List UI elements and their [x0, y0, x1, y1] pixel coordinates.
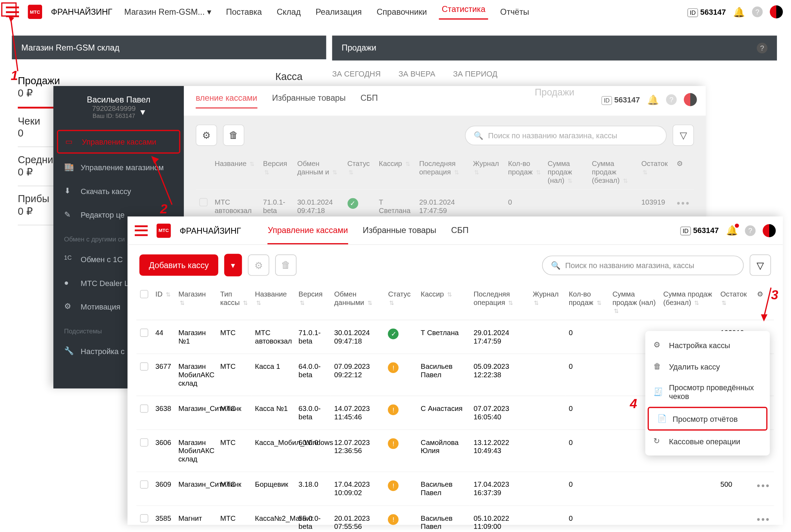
- trash-button-3[interactable]: 🗑: [275, 254, 297, 276]
- refresh-icon: ↻: [653, 437, 663, 446]
- ctx-reports[interactable]: 📄Просмотр отчётов: [647, 407, 767, 431]
- tab-period[interactable]: ЗА ПЕРИОД: [453, 69, 497, 78]
- tab-sbp[interactable]: СБП: [360, 93, 378, 108]
- nav-otchety[interactable]: Отчёты: [497, 7, 532, 16]
- ctx-delete[interactable]: 🗑Удалить кассу: [645, 356, 770, 377]
- gear-button-3[interactable]: ⚙: [248, 254, 269, 276]
- tab-kassy[interactable]: вление кассами: [196, 93, 257, 108]
- help-icon[interactable]: ?: [752, 7, 763, 17]
- col-version[interactable]: Версия ⇅: [295, 285, 331, 320]
- help-icon[interactable]: ?: [666, 94, 677, 105]
- bell-icon-3[interactable]: 🔔: [726, 225, 738, 236]
- col-exchange[interactable]: Обмен данным и ⇅: [294, 155, 344, 189]
- gear-button[interactable]: ⚙: [196, 125, 217, 146]
- col-lastop[interactable]: Последняя операция ⇅: [470, 285, 529, 320]
- nav-postavka[interactable]: Поставка: [223, 7, 265, 16]
- context-menu: ⚙Настройка кассы 🗑Удалить кассу 🧾Просмот…: [645, 331, 770, 455]
- chevron-down-icon[interactable]: ▾: [140, 106, 145, 118]
- pencil-icon: ✎: [64, 210, 74, 219]
- col-id[interactable]: ID ⇅: [152, 285, 175, 320]
- col-qty[interactable]: Кол-во продаж ⇅: [565, 285, 609, 320]
- col-balance[interactable]: Остаток ⇅: [638, 155, 673, 189]
- row-checkbox[interactable]: [140, 328, 148, 337]
- row-menu[interactable]: •••: [757, 514, 771, 524]
- checkbox-all[interactable]: [140, 290, 148, 298]
- id-badge: ID 563147: [687, 7, 726, 16]
- ctx-checks[interactable]: 🧾Просмотр проведённых чеков: [645, 377, 770, 407]
- motivation-icon: ⚙: [64, 302, 74, 311]
- search-input[interactable]: 🔍 Поиск по названию магазина, кассы: [465, 125, 667, 145]
- col-store[interactable]: Магазин ⇅: [175, 285, 217, 320]
- store-selector[interactable]: Магазин Rem-GSM... ▾: [121, 7, 214, 16]
- row-menu[interactable]: •••: [757, 480, 771, 491]
- row-checkbox[interactable]: [140, 405, 148, 413]
- col-status[interactable]: Статус ⇅: [344, 155, 375, 189]
- ctx-settings[interactable]: ⚙Настройка кассы: [645, 334, 770, 356]
- col-name[interactable]: Название ⇅: [251, 285, 295, 320]
- col-journal[interactable]: Журнал ⇅: [529, 285, 565, 320]
- col-type[interactable]: Тип кассы ⇅: [217, 285, 251, 320]
- col-sumbez[interactable]: Сумма продаж (безнал) ⇅: [660, 285, 717, 320]
- trash-button[interactable]: 🗑: [223, 125, 244, 146]
- ctx-cashops[interactable]: ↻Кассовые операции: [645, 431, 770, 452]
- col-lastop[interactable]: Последняя операция ⇅: [416, 155, 469, 189]
- filter-button-3[interactable]: ▽: [750, 254, 771, 276]
- col-gear[interactable]: ⚙: [673, 155, 694, 189]
- row-checkbox[interactable]: [140, 438, 148, 447]
- id-badge-2: ID 563147: [601, 95, 640, 104]
- table-row[interactable]: 3609Магазин_СитилинкМТС Борщевик3.18.017…: [137, 472, 774, 505]
- annotation-4: 4: [630, 396, 637, 412]
- sidebar-user-id: Ваш ID: 563147: [92, 113, 135, 119]
- help-icon-3[interactable]: ?: [745, 225, 756, 235]
- add-register-button[interactable]: Добавить кассу: [139, 254, 218, 276]
- row-checkbox[interactable]: [140, 514, 148, 523]
- bell-icon[interactable]: 🔔: [733, 6, 745, 18]
- table-row[interactable]: 3585МагнитМТС Касса№2_Магнит55.0.0-beta2…: [137, 506, 774, 532]
- nav-statistika[interactable]: Статистика: [439, 4, 488, 20]
- hamburger-highlight: [1, 2, 16, 17]
- tab-kassy-3[interactable]: Управление кассами: [268, 217, 348, 244]
- search-input-3[interactable]: 🔍 Поиск по названию магазина, кассы: [542, 255, 744, 275]
- col-name[interactable]: Название ⇅: [211, 155, 260, 189]
- row-menu[interactable]: •••: [677, 198, 690, 208]
- nav-realizacia[interactable]: Реализация: [313, 7, 365, 16]
- col-cashier[interactable]: Кассир ⇅: [417, 285, 470, 320]
- svg-line-0: [11, 18, 18, 71]
- bell-icon[interactable]: 🔔: [647, 94, 659, 105]
- row-checkbox[interactable]: [140, 363, 148, 371]
- avatar[interactable]: [770, 5, 783, 18]
- nav-sklad[interactable]: Склад: [274, 7, 304, 16]
- col-qty[interactable]: Кол-во продаж ⇅: [505, 155, 544, 189]
- col-exchange[interactable]: Обмен данными ⇅: [331, 285, 385, 320]
- row-checkbox[interactable]: [140, 480, 148, 489]
- nav-spravochniki[interactable]: Справочники: [374, 7, 430, 16]
- help-icon[interactable]: ?: [757, 43, 767, 53]
- col-status[interactable]: Статус ⇅: [385, 285, 417, 320]
- sidebar-user-phone: 79202849999: [92, 104, 135, 113]
- filter-button[interactable]: ▽: [672, 125, 694, 146]
- tab-favorites[interactable]: Избранные товары: [272, 93, 346, 108]
- col-journal[interactable]: Журнал ⇅: [470, 155, 505, 189]
- tab-today[interactable]: ЗА СЕГОДНЯ: [332, 69, 380, 78]
- col-balance[interactable]: Остаток ⇅: [717, 285, 753, 320]
- tab-yesterday[interactable]: ЗА ВЧЕРА: [399, 69, 436, 78]
- top-bar: МТС ФРАНЧАЙЗИНГ Магазин Rem-GSM... ▾ Пос…: [0, 0, 789, 24]
- avatar-2[interactable]: [684, 93, 697, 106]
- kassa-label: Касса: [154, 71, 320, 83]
- sidebar-item-kassy[interactable]: ▭ Управление кассами: [57, 130, 180, 154]
- wrench-icon: 🔧: [64, 346, 74, 356]
- col-sumbez[interactable]: Сумма продаж (безнал) ⇅: [588, 155, 638, 189]
- avatar-3[interactable]: [763, 224, 776, 237]
- col-cashier[interactable]: Кассир ⇅: [375, 155, 416, 189]
- add-register-dropdown[interactable]: ▾: [224, 254, 242, 276]
- hamburger-icon-3[interactable]: [135, 225, 148, 235]
- col-sumnal[interactable]: Сумма продаж (нал) ⇅: [544, 155, 588, 189]
- status-warn-icon: !: [388, 363, 399, 373]
- tab-favorites-3[interactable]: Избранные товары: [363, 217, 437, 244]
- col-version[interactable]: Версия ⇅: [259, 155, 293, 189]
- col-sumnal[interactable]: Сумма продаж (нал) ⇅: [609, 285, 660, 320]
- gear-icon: ⚙: [653, 340, 663, 350]
- tab-sbp-3[interactable]: СБП: [451, 217, 469, 244]
- status-warn-icon: !: [388, 480, 399, 491]
- dealer-icon: ●: [64, 278, 74, 288]
